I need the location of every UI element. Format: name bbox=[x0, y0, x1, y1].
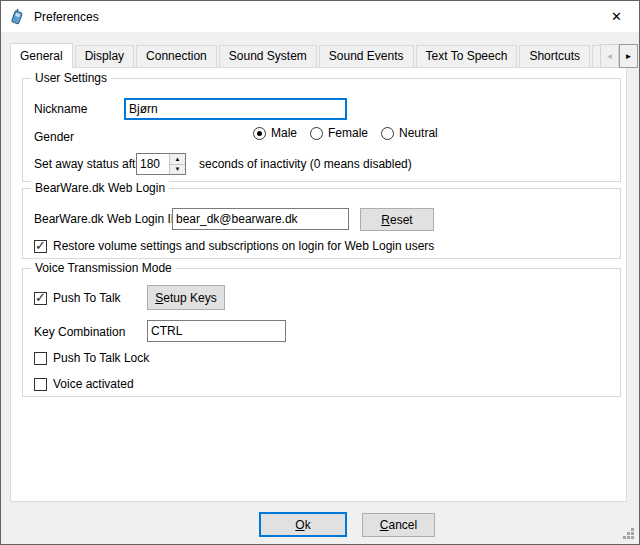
radio-icon bbox=[381, 127, 394, 140]
web-login-id-input[interactable] bbox=[172, 208, 349, 230]
radio-label: Neutral bbox=[399, 126, 438, 140]
tab-scroll-left-icon[interactable]: ◄ bbox=[600, 44, 619, 68]
nickname-input[interactable] bbox=[124, 98, 347, 120]
key-combination-label: Key Combination bbox=[34, 325, 125, 339]
check-icon: ✓ bbox=[35, 290, 46, 305]
preferences-dialog: Preferences ✕ General Display Connection… bbox=[0, 0, 640, 545]
key-combination-input[interactable] bbox=[147, 320, 286, 342]
checkbox-label: Voice activated bbox=[53, 377, 134, 391]
tab-display[interactable]: Display bbox=[75, 45, 134, 67]
radio-icon bbox=[310, 127, 323, 140]
group-voice-transmission: Voice Transmission Mode ✓ Push To Talk S… bbox=[22, 268, 621, 397]
group-title: Voice Transmission Mode bbox=[31, 261, 176, 275]
radio-label: Male bbox=[271, 126, 297, 140]
away-status-label: Set away status after bbox=[34, 157, 146, 171]
tab-text-to-speech[interactable]: Text To Speech bbox=[416, 45, 518, 67]
app-icon bbox=[10, 9, 26, 25]
tab-sound-events[interactable]: Sound Events bbox=[319, 45, 414, 67]
titlebar: Preferences ✕ bbox=[1, 1, 639, 32]
push-to-talk-lock-checkbox[interactable]: ✓ Push To Talk Lock bbox=[34, 351, 149, 365]
reset-button[interactable]: Reset bbox=[360, 208, 434, 231]
tab-connection[interactable]: Connection bbox=[136, 45, 217, 67]
checkbox-icon: ✓ bbox=[34, 292, 47, 305]
spinner-down-icon[interactable]: ▼ bbox=[170, 165, 185, 175]
restore-volume-checkbox[interactable]: ✓ Restore volume settings and subscripti… bbox=[34, 239, 434, 253]
gender-label: Gender bbox=[34, 130, 74, 144]
checkbox-label: Push To Talk Lock bbox=[53, 351, 149, 365]
checkbox-icon: ✓ bbox=[34, 240, 47, 253]
gender-radio-group: Male Female Neutral bbox=[253, 126, 438, 140]
gender-radio-neutral[interactable]: Neutral bbox=[381, 126, 438, 140]
voice-activated-checkbox[interactable]: ✓ Voice activated bbox=[34, 377, 134, 391]
group-title: User Settings bbox=[31, 71, 111, 85]
spinner-up-icon[interactable]: ▲ bbox=[170, 154, 185, 165]
window-title: Preferences bbox=[34, 10, 99, 24]
spinner-value: 180 bbox=[137, 154, 169, 174]
gender-radio-female[interactable]: Female bbox=[310, 126, 368, 140]
tab-sound-system[interactable]: Sound System bbox=[219, 45, 317, 67]
setup-keys-button[interactable]: Setup Keys bbox=[147, 285, 225, 310]
group-user-settings: User Settings Nickname Gender Male Femal… bbox=[22, 78, 621, 182]
checkbox-icon: ✓ bbox=[34, 352, 47, 365]
cancel-button[interactable]: Cancel bbox=[362, 513, 435, 537]
web-login-id-label: BearWare.dk Web Login ID bbox=[34, 212, 179, 226]
tab-scrollers: ◄ ► bbox=[600, 44, 638, 68]
spinner-buttons: ▲ ▼ bbox=[169, 154, 185, 174]
tab-general[interactable]: General bbox=[10, 43, 73, 68]
radio-icon bbox=[253, 127, 266, 140]
radio-label: Female bbox=[328, 126, 368, 140]
tab-shortcuts[interactable]: Shortcuts bbox=[519, 45, 590, 67]
close-icon[interactable]: ✕ bbox=[594, 1, 639, 32]
check-icon: ✓ bbox=[35, 238, 46, 253]
tab-scroll-right-icon[interactable]: ► bbox=[619, 44, 638, 68]
checkbox-label: Push To Talk bbox=[53, 291, 121, 305]
checkbox-label: Restore volume settings and subscription… bbox=[53, 239, 434, 253]
resize-grip-icon[interactable] bbox=[623, 528, 634, 539]
tab-bar: General Display Connection Sound System … bbox=[10, 43, 638, 68]
checkbox-icon: ✓ bbox=[34, 378, 47, 391]
away-status-suffix: seconds of inactivity (0 means disabled) bbox=[199, 157, 412, 171]
nickname-label: Nickname bbox=[34, 102, 87, 116]
away-seconds-spinner[interactable]: 180 ▲ ▼ bbox=[136, 153, 186, 175]
general-tab-page: User Settings Nickname Gender Male Femal… bbox=[10, 67, 627, 502]
group-title: BearWare.dk Web Login bbox=[31, 181, 169, 195]
ok-button[interactable]: Ok bbox=[259, 512, 347, 537]
gender-radio-male[interactable]: Male bbox=[253, 126, 297, 140]
group-web-login: BearWare.dk Web Login BearWare.dk Web Lo… bbox=[22, 188, 621, 259]
push-to-talk-checkbox[interactable]: ✓ Push To Talk bbox=[34, 291, 121, 305]
